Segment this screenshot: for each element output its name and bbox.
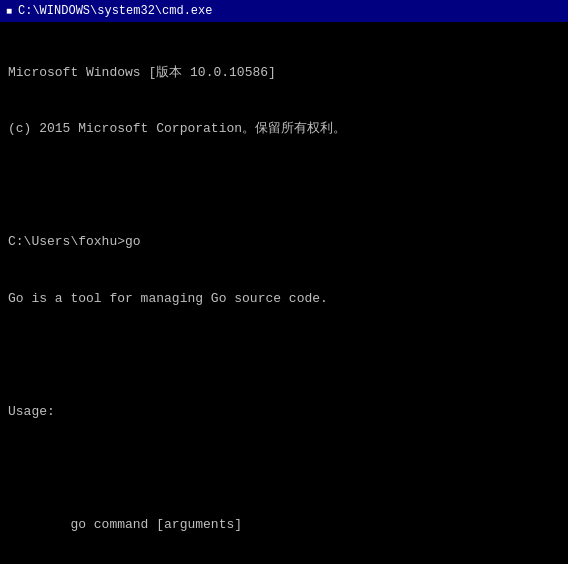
line-copyright: (c) 2015 Microsoft Corporation。保留所有权利。 — [8, 120, 560, 139]
line-usage-syntax: go command [arguments] — [8, 516, 560, 535]
terminal-content: Microsoft Windows [版本 10.0.10586] (c) 20… — [0, 22, 568, 564]
line-go-desc: Go is a tool for managing Go source code… — [8, 290, 560, 309]
line-prompt-go: C:\Users\foxhu>go — [8, 233, 560, 252]
title-bar: ■ C:\WINDOWS\system32\cmd.exe — [0, 0, 568, 22]
line-usage-label: Usage: — [8, 403, 560, 422]
title-bar-text: C:\WINDOWS\system32\cmd.exe — [18, 4, 212, 18]
line-windows-version: Microsoft Windows [版本 10.0.10586] — [8, 64, 560, 83]
title-bar-icon: ■ — [6, 6, 12, 17]
